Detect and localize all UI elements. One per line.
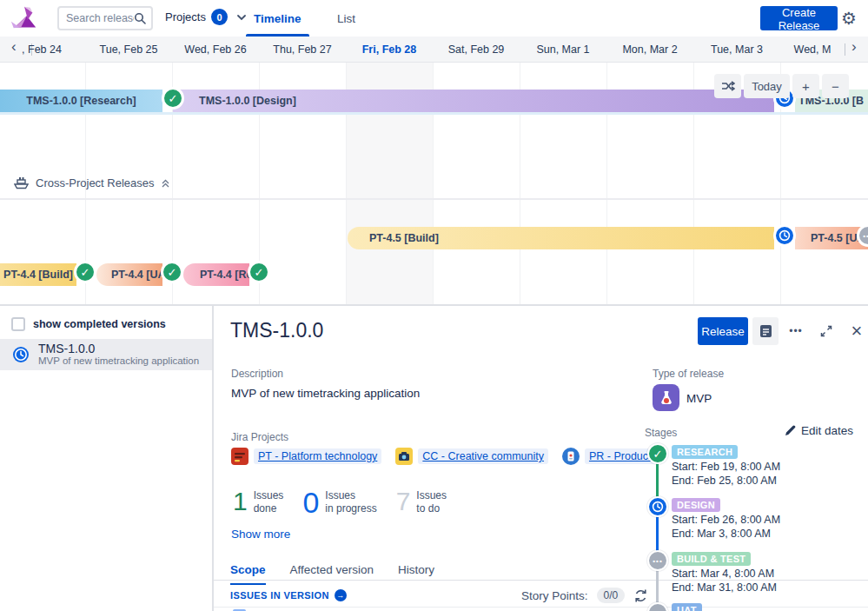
document-icon: [759, 324, 772, 338]
release-button[interactable]: Release: [698, 317, 748, 345]
date-cell: Wed, M: [780, 37, 845, 63]
project-link-label: PR - Product: [585, 448, 656, 464]
stat-issues-in-progress: 0 Issues in progress: [302, 488, 376, 516]
edit-dates-button[interactable]: Edit dates: [785, 424, 853, 437]
version-in-progress-clock-icon: [12, 346, 30, 367]
releases-timeline-app: Projects 0 Timeline List Create Release …: [0, 0, 868, 611]
jira-projects-label: Jira Projects: [231, 431, 288, 443]
date-cell: Sat, Feb 29: [433, 37, 520, 63]
search-releases-box: [57, 6, 153, 30]
stat-label: done: [254, 502, 277, 515]
stage-future-dots-icon: •••: [647, 602, 668, 611]
top-header: Projects 0 Timeline List Create Release …: [0, 0, 868, 37]
release-bar-pt45-build[interactable]: PT-4.5 [Build]: [348, 227, 774, 249]
show-completed-checkbox[interactable]: [11, 317, 25, 331]
date-separator: [845, 43, 845, 56]
tab-list[interactable]: List: [337, 0, 355, 37]
stage-start-date: Start: Mar 4, 8:00 AM: [672, 568, 774, 580]
tab-affected-version[interactable]: Affected version: [290, 563, 374, 585]
tab-timeline[interactable]: Timeline: [254, 0, 301, 37]
project-avatar-pr: [562, 448, 580, 465]
bar-label: PT-4.5 [Build]: [369, 232, 439, 244]
create-release-button[interactable]: Create Release: [760, 6, 838, 30]
date-cell: Wed, Feb 26: [172, 37, 259, 63]
project-link-cc[interactable]: CC - Creative community: [395, 448, 548, 465]
issues-in-version-link[interactable]: ISSUES IN VERSION →: [230, 589, 347, 601]
ship-icon: [14, 176, 29, 189]
stage-done-check-icon: ✓: [162, 87, 184, 110]
version-list-item-selected[interactable]: TMS-1.0.0 MVP of new timetracking applic…: [0, 339, 212, 370]
cross-project-releases-toggle[interactable]: Cross-Project Releases: [14, 176, 169, 189]
project-avatar-pt: [231, 448, 248, 465]
release-notes-button[interactable]: [752, 317, 779, 345]
description-label: Description: [231, 368, 283, 380]
stage-end-date: End: Mar 3, 8:00 AM: [672, 528, 771, 540]
project-link-pr[interactable]: PR - Product: [562, 448, 656, 465]
timeline-zoom-controls: Today + −: [714, 74, 849, 98]
release-type-value: MVP: [686, 392, 712, 405]
stage-badge-design: DESIGN: [672, 498, 720, 512]
release-bar-pt44-uat[interactable]: PT-4.4 [UA: [96, 263, 162, 286]
version-item-subtitle: MVP of new timetracking application: [38, 355, 199, 366]
release-bar-pt44-build[interactable]: PT-4.4 [Build]: [0, 263, 76, 286]
description-value: MVP of new timetracking application: [231, 387, 420, 400]
today-button[interactable]: Today: [744, 74, 790, 98]
stage-in-progress-clock-icon: [773, 224, 796, 247]
stat-value: 7: [396, 488, 411, 515]
stage-badge-build-test: BUILD & TEST: [672, 552, 751, 566]
tab-history[interactable]: History: [398, 563, 434, 585]
story-points-label: Story Points:: [521, 589, 588, 602]
bar-label: TMS-1.0.0 [Design]: [199, 95, 296, 107]
tab-scope[interactable]: Scope: [230, 563, 266, 585]
zoom-out-button[interactable]: −: [822, 74, 849, 98]
chevron-down-icon: [236, 14, 247, 21]
app-logo-swan-icon[interactable]: [7, 3, 42, 33]
refresh-icon[interactable]: [633, 588, 648, 603]
stat-label: Issues: [416, 489, 447, 501]
release-title: TMS-1.0.0: [230, 319, 323, 342]
date-cell: Tue, Mar 3: [693, 37, 780, 63]
show-completed-row: show completed versions: [11, 317, 166, 331]
stat-issues-to-do: 7 Issues to do: [396, 488, 447, 516]
stage-badge-research: RESEARCH: [672, 445, 738, 459]
settings-gear-icon[interactable]: ⚙: [841, 7, 857, 30]
expand-diagonal-icon: [820, 325, 832, 337]
date-cell: Mon, Mar 2: [606, 37, 693, 63]
stage-done-check-icon: ✓: [248, 261, 270, 283]
bar-label: PT-4.4 [UA: [111, 269, 162, 281]
release-bar-pt44-release[interactable]: PT-4.4 [Re: [183, 263, 249, 286]
stage-connector-current: [656, 515, 659, 551]
project-avatar-cc: [395, 448, 413, 465]
issues-in-version-label: ISSUES IN VERSION: [230, 590, 329, 601]
cross-project-releases-label: Cross-Project Releases: [36, 176, 155, 189]
project-link-pt[interactable]: PT - Platform technology: [231, 448, 381, 465]
projects-filter-dropdown[interactable]: Projects 0: [165, 9, 247, 25]
bar-label: TMS-1.0.0 [Research]: [26, 95, 136, 107]
version-item-title: TMS-1.0.0: [38, 342, 95, 355]
jira-projects-links: PT - Platform technology CC - Creative c…: [231, 448, 656, 465]
projects-count-badge: 0: [211, 9, 228, 25]
stat-label: to do: [416, 502, 440, 515]
stage-end-date: End: Feb 25, 8:00 AM: [672, 475, 777, 487]
expand-panel-button[interactable]: [813, 317, 839, 345]
detail-tabs: Scope Affected version History: [230, 563, 434, 585]
stage-connector-future: [656, 569, 659, 602]
stage-future-dots-icon: •••: [647, 550, 668, 571]
detail-header-buttons: Release ••• ×: [698, 317, 868, 345]
story-points-row: Story Points: 0/0: [521, 588, 648, 603]
show-more-link[interactable]: Show more: [231, 528, 290, 541]
more-options-button[interactable]: •••: [783, 317, 809, 345]
close-panel-button[interactable]: ×: [844, 317, 868, 345]
project-link-label: CC - Creative community: [418, 448, 548, 464]
release-bar-tms-design[interactable]: TMS-1.0.0 [Design]: [173, 90, 774, 112]
project-link-label: PT - Platform technology: [254, 448, 381, 464]
search-input[interactable]: [66, 12, 134, 24]
issue-stats: 1 Issues done 0 Issues in progress 7 Iss…: [233, 488, 447, 516]
fit-shuffle-button[interactable]: [714, 74, 741, 98]
tabs-divider: [214, 580, 868, 581]
release-bar-tms-research[interactable]: TMS-1.0.0 [Research]: [0, 90, 162, 112]
scroll-right-chevron-icon[interactable]: ›: [851, 38, 857, 56]
projects-label: Projects: [165, 10, 206, 23]
zoom-in-button[interactable]: +: [792, 74, 819, 98]
date-cell-today: Fri, Feb 28: [346, 37, 433, 63]
